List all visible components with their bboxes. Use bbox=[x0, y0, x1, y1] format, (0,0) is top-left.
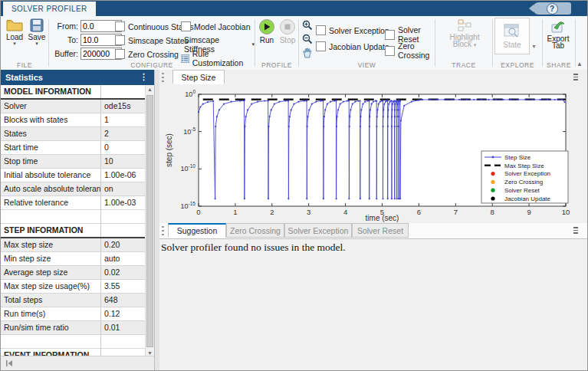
table-row[interactable]: Solverode15s bbox=[1, 100, 154, 113]
table-row[interactable]: Average step size0.02 bbox=[1, 266, 154, 280]
drag-grip-icon[interactable] bbox=[161, 226, 165, 235]
svg-text:10-15: 10-15 bbox=[181, 201, 196, 210]
chart-tabbar: Step Size bbox=[159, 70, 587, 86]
run-icon bbox=[258, 18, 275, 35]
chevron-down-icon: ▾ bbox=[35, 41, 38, 46]
model-jacobian-checkbox[interactable]: Model Jacobian bbox=[181, 21, 251, 31]
go-to-first-icon[interactable] bbox=[5, 360, 13, 367]
svg-text:7: 7 bbox=[454, 208, 458, 216]
chevron-down-icon: ▾ bbox=[474, 42, 477, 48]
statistics-scrollbar[interactable]: ▲ ▼ bbox=[145, 85, 154, 358]
stop-icon bbox=[279, 18, 296, 35]
table-row[interactable]: States2 bbox=[1, 127, 154, 141]
table-row[interactable]: Relative tolerance1.00e-03 bbox=[1, 196, 154, 210]
scroll-up-icon[interactable]: ▲ bbox=[146, 85, 154, 94]
group-label-view: VIEW bbox=[299, 61, 435, 69]
pan-hand-icon[interactable] bbox=[301, 47, 313, 58]
svg-text:step (sec): step (sec) bbox=[165, 133, 173, 167]
table-row[interactable]: Auto scale absolute toleranceon bbox=[1, 182, 154, 196]
svg-text:10-10: 10-10 bbox=[181, 163, 196, 172]
group-label-trace: TRACE bbox=[435, 61, 492, 69]
tabbar-actions-icon[interactable] bbox=[573, 74, 578, 80]
help-icon: ? bbox=[547, 3, 558, 15]
blocks-icon bbox=[456, 18, 473, 32]
checkbox-zero-crossing[interactable]: Zero Crossing bbox=[115, 49, 179, 59]
statistics-title: Statistics bbox=[5, 73, 43, 82]
chevron-down-icon: ▾ bbox=[13, 41, 16, 46]
table-row[interactable]: Min step sizeauto bbox=[1, 252, 154, 266]
folder-icon bbox=[6, 18, 23, 32]
suggestion-content: Solver profiler found no issues in the m… bbox=[159, 240, 587, 370]
view-checkbox-jacobian-update[interactable]: Jacobian Update bbox=[316, 41, 389, 51]
tab-zero-crossing[interactable]: Zero Crossing bbox=[226, 223, 284, 238]
table-row[interactable]: Initial absolute tolerance1.00e-06 bbox=[1, 169, 154, 182]
scrollbar-thumb[interactable] bbox=[146, 95, 153, 347]
svg-text:10: 10 bbox=[562, 208, 570, 216]
group-trace: Highlight Block ▾ TRACE bbox=[435, 16, 492, 70]
svg-text:9: 9 bbox=[527, 208, 531, 216]
state-dropdown-button[interactable]: ▾ bbox=[529, 18, 539, 53]
highlight-block-button[interactable]: Highlight Block ▾ bbox=[449, 18, 480, 48]
statistics-header: Statistics ⋮ bbox=[1, 70, 154, 85]
stop-button[interactable]: Stop bbox=[277, 18, 298, 44]
svg-text:2: 2 bbox=[270, 208, 274, 216]
statistics-bottom-bar bbox=[1, 356, 154, 370]
group-label-share: SHARE bbox=[543, 61, 575, 69]
table-row[interactable]: Run time(s)0.12 bbox=[1, 307, 154, 321]
divider bbox=[575, 19, 576, 67]
step-size-tab-label: Step Size bbox=[182, 73, 216, 82]
svg-text:6: 6 bbox=[417, 208, 421, 216]
checkbox-icon bbox=[316, 25, 326, 35]
state-label: State bbox=[503, 41, 521, 49]
table-row[interactable]: Blocks with states1 bbox=[1, 113, 154, 127]
load-button[interactable]: Load ▾ bbox=[4, 18, 25, 46]
tab-solver-reset[interactable]: Solver Reset bbox=[352, 223, 409, 238]
zoom-out-icon[interactable] bbox=[301, 33, 313, 44]
save-button[interactable]: Save ▾ bbox=[26, 18, 48, 46]
table-row[interactable]: Start time0 bbox=[1, 141, 154, 155]
table-row[interactable]: Max step size0.20 bbox=[1, 238, 154, 252]
toolstrip-header: SOLVER PROFILER ? bbox=[1, 1, 587, 16]
spacer-row bbox=[1, 210, 154, 224]
state-explorer-icon bbox=[503, 23, 521, 38]
drag-grip-icon[interactable] bbox=[161, 73, 165, 82]
diagnostics-tabbar: SuggestionZero CrossingSolver ExceptionS… bbox=[159, 223, 587, 239]
table-row[interactable]: Run/sim time ratio0.01 bbox=[1, 321, 154, 335]
step-size-chart[interactable]: 01234567891010010-510-1010-15time (sec)s… bbox=[159, 85, 587, 223]
tabbar-actions-icon[interactable] bbox=[573, 227, 578, 234]
group-share: Export Tab SHARE bbox=[543, 16, 575, 70]
view-checkbox-solver-exception[interactable]: Solver Exception bbox=[316, 25, 389, 35]
tab-label: Tab bbox=[552, 41, 564, 50]
export-icon bbox=[550, 18, 567, 34]
from-label: From: bbox=[49, 21, 78, 31]
tab-solver-exception[interactable]: Solver Exception bbox=[284, 223, 352, 238]
chevron-down-icon: ▾ bbox=[532, 43, 535, 50]
view-checkbox-zero-crossing[interactable]: Zero Crossing bbox=[385, 41, 435, 60]
svg-text:10-5: 10-5 bbox=[183, 126, 195, 136]
collapse-ribbon-button[interactable]: ▲ bbox=[577, 61, 583, 67]
table-row[interactable]: Total steps648 bbox=[1, 294, 154, 307]
help-button[interactable]: ? bbox=[533, 2, 571, 15]
run-label: Run bbox=[260, 36, 274, 44]
run-button[interactable]: Run bbox=[256, 18, 278, 44]
checkbox-icon bbox=[385, 30, 395, 40]
table-row[interactable]: Max step size usage(%)3.55 bbox=[1, 280, 154, 294]
checkbox-simscape-states[interactable]: Simscape States bbox=[115, 35, 189, 45]
state-button[interactable]: State bbox=[494, 18, 530, 54]
ribbon: Load ▾ Save ▾ FILE From: To: bbox=[1, 16, 587, 71]
table-row[interactable]: Stop time10 bbox=[1, 155, 154, 169]
group-label-configure: CONFIGURE bbox=[49, 61, 255, 69]
save-icon bbox=[29, 18, 44, 32]
group-file: Load ▾ Save ▾ FILE bbox=[1, 16, 48, 70]
group-profile: Run Stop PROFILE bbox=[255, 16, 298, 70]
panel-actions-icon[interactable]: ⋮ bbox=[140, 72, 148, 82]
zoom-in-icon[interactable] bbox=[301, 19, 313, 31]
tab-solver-profiler[interactable]: SOLVER PROFILER bbox=[3, 2, 96, 16]
svg-text:1: 1 bbox=[233, 208, 237, 216]
statistics-panel: Statistics ⋮ MODEL INFORMATIONSolverode1… bbox=[1, 70, 155, 370]
export-tab-button[interactable]: Export Tab bbox=[547, 18, 569, 50]
buffer-label: Buffer: bbox=[49, 49, 78, 58]
checkbox-icon bbox=[115, 35, 125, 45]
tab-step-size[interactable]: Step Size bbox=[172, 70, 225, 84]
tab-suggestion[interactable]: Suggestion bbox=[168, 223, 226, 238]
